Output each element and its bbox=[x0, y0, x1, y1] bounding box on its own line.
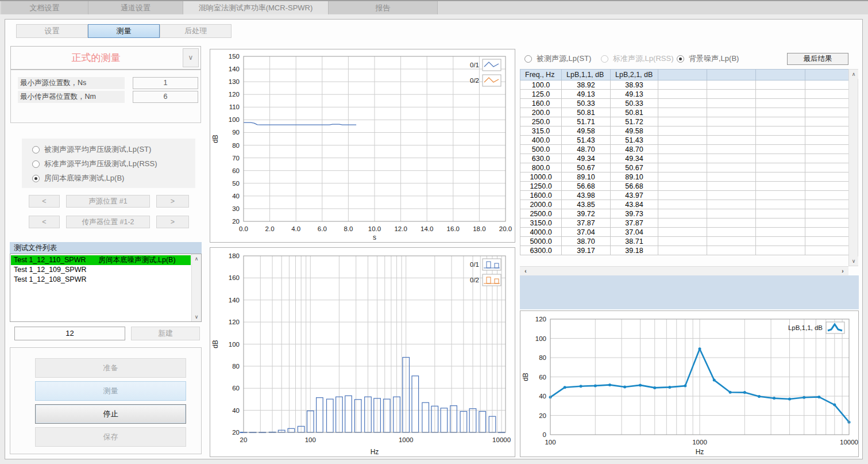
table-cell[interactable] bbox=[805, 126, 849, 136]
final-result-button[interactable]: 最后结果 bbox=[787, 53, 848, 65]
subtab-2[interactable]: 后处理 bbox=[160, 24, 232, 38]
table-cell[interactable] bbox=[805, 136, 849, 145]
table-cell[interactable] bbox=[707, 108, 756, 117]
combo-dropdown-button[interactable]: ∨ bbox=[183, 48, 199, 67]
table-cell[interactable]: 49.58 bbox=[562, 126, 611, 136]
control-button-3[interactable]: 保存 bbox=[35, 427, 186, 447]
scroll-up-icon[interactable]: ∧ bbox=[849, 70, 858, 79]
nav-position-button-0[interactable]: 声源位置 #1 bbox=[66, 195, 150, 208]
control-button-1[interactable]: 测量 bbox=[35, 381, 186, 401]
table-cell[interactable] bbox=[707, 218, 756, 228]
table-cell[interactable]: 51.71 bbox=[562, 117, 611, 126]
table-cell[interactable] bbox=[707, 237, 756, 246]
table-row[interactable]: 200.050.8150.81 bbox=[520, 108, 849, 117]
table-row[interactable]: 1000.089.1089.10 bbox=[520, 172, 849, 182]
table-cell[interactable] bbox=[756, 136, 805, 145]
control-button-2[interactable]: 停止 bbox=[35, 404, 186, 424]
table-cell[interactable]: 49.34 bbox=[562, 154, 611, 163]
table-cell[interactable]: 1250.0 bbox=[520, 182, 562, 191]
table-cell[interactable] bbox=[658, 228, 707, 237]
table-cell[interactable] bbox=[756, 90, 805, 99]
table-cell[interactable]: 5000.0 bbox=[520, 237, 562, 246]
table-row[interactable]: 125.049.1349.13 bbox=[520, 90, 849, 99]
table-row[interactable]: 6300.039.1739.18 bbox=[520, 246, 849, 255]
table-cell[interactable] bbox=[756, 246, 805, 255]
results-table[interactable]: Freq., HzLpB,1,1, dBLpB,2,1, dB100.038.9… bbox=[520, 69, 849, 255]
file-list-item-1[interactable]: Test 1_12_109_SPWR bbox=[11, 265, 191, 275]
table-row[interactable]: 1250.056.6856.68 bbox=[520, 182, 849, 191]
file-list-scrollbar[interactable]: ∧ ∨ bbox=[191, 254, 201, 321]
table-cell[interactable]: 250.0 bbox=[520, 117, 562, 126]
table-cell[interactable]: 43.84 bbox=[611, 200, 658, 209]
table-cell[interactable] bbox=[658, 191, 707, 200]
table-cell[interactable] bbox=[707, 209, 756, 218]
table-cell[interactable]: 89.10 bbox=[611, 172, 658, 182]
table-cell[interactable] bbox=[805, 237, 849, 246]
table-cell[interactable] bbox=[707, 136, 756, 145]
table-cell[interactable] bbox=[707, 126, 756, 136]
table-cell[interactable] bbox=[707, 191, 756, 200]
table-cell[interactable]: 51.43 bbox=[562, 136, 611, 145]
table-cell[interactable]: 50.81 bbox=[611, 108, 658, 117]
test-type-radio-0[interactable]: 被测声源平均声压级测试,Lp(ST) bbox=[32, 144, 151, 155]
test-type-radio-2[interactable]: 房间本底噪声测试,Lp(B) bbox=[32, 173, 124, 183]
table-cell[interactable] bbox=[707, 172, 756, 182]
table-cell[interactable] bbox=[707, 163, 756, 172]
table-cell[interactable] bbox=[756, 191, 805, 200]
table-cell[interactable] bbox=[805, 191, 849, 200]
file-list-item-0[interactable]: Test 1_12_110_SPWR房间本底噪声测试,Lp(B) bbox=[11, 255, 191, 265]
table-cell[interactable]: 2000.0 bbox=[520, 200, 562, 209]
table-cell[interactable] bbox=[707, 154, 756, 163]
subtab-0[interactable]: 设置 bbox=[16, 24, 88, 38]
display-radio-2[interactable]: 背景噪声,Lp(B) bbox=[677, 53, 739, 64]
table-cell[interactable] bbox=[707, 99, 756, 108]
table-cell[interactable] bbox=[805, 108, 849, 117]
table-cell[interactable]: 48.70 bbox=[562, 145, 611, 154]
table-cell[interactable] bbox=[805, 154, 849, 163]
table-cell[interactable] bbox=[658, 136, 707, 145]
table-cell[interactable] bbox=[756, 163, 805, 172]
table-cell[interactable] bbox=[658, 237, 707, 246]
table-cell[interactable] bbox=[756, 108, 805, 117]
table-cell[interactable] bbox=[805, 145, 849, 154]
scroll-left-icon[interactable]: ‹ bbox=[521, 267, 530, 275]
table-cell[interactable]: 2500.0 bbox=[520, 209, 562, 218]
table-cell[interactable] bbox=[756, 80, 805, 90]
table-cell[interactable] bbox=[707, 246, 756, 255]
table-cell[interactable]: 43.85 bbox=[562, 200, 611, 209]
table-cell[interactable]: 400.0 bbox=[520, 136, 562, 145]
table-cell[interactable]: 125.0 bbox=[520, 90, 562, 99]
table-cell[interactable] bbox=[756, 182, 805, 191]
measurement-mode-select[interactable]: 正式的测量 ∨ bbox=[10, 46, 201, 70]
table-row[interactable]: 400.051.4351.43 bbox=[520, 136, 849, 145]
table-cell[interactable]: 100.0 bbox=[520, 80, 562, 90]
top-tab-2[interactable]: 混响室法测试声功率(MCR-SPWR) bbox=[183, 1, 329, 14]
file-count-button[interactable]: 12 bbox=[14, 327, 125, 340]
table-cell[interactable]: 50.67 bbox=[562, 163, 611, 172]
table-row[interactable]: 630.049.3449.34 bbox=[520, 154, 849, 163]
table-cell[interactable]: 50.67 bbox=[611, 163, 658, 172]
display-radio-1[interactable]: 标准声源,Lp(RSS) bbox=[601, 53, 673, 64]
table-row[interactable]: 2000.043.8543.84 bbox=[520, 200, 849, 209]
table-cell[interactable]: 39.73 bbox=[611, 209, 658, 218]
table-cell[interactable] bbox=[805, 218, 849, 228]
table-cell[interactable]: 38.93 bbox=[611, 80, 658, 90]
table-cell[interactable] bbox=[658, 163, 707, 172]
table-cell[interactable] bbox=[756, 209, 805, 218]
scroll-up-icon[interactable]: ∧ bbox=[192, 254, 201, 263]
control-button-0[interactable]: 准备 bbox=[35, 358, 186, 378]
table-cell[interactable] bbox=[805, 163, 849, 172]
subtab-1[interactable]: 测量 bbox=[88, 24, 160, 38]
table-cell[interactable] bbox=[756, 117, 805, 126]
table-cell[interactable]: 56.68 bbox=[562, 182, 611, 191]
table-cell[interactable] bbox=[805, 209, 849, 218]
table-cell[interactable]: 48.70 bbox=[611, 145, 658, 154]
table-cell[interactable]: 315.0 bbox=[520, 126, 562, 136]
table-horizontal-scrollbar[interactable]: ‹ › bbox=[520, 266, 848, 275]
table-cell[interactable] bbox=[756, 145, 805, 154]
file-list[interactable]: Test 1_12_110_SPWR房间本底噪声测试,Lp(B)Test 1_1… bbox=[10, 254, 202, 322]
table-cell[interactable]: 39.72 bbox=[562, 209, 611, 218]
table-cell[interactable]: 43.98 bbox=[562, 191, 611, 200]
table-cell[interactable] bbox=[805, 117, 849, 126]
table-cell[interactable]: 50.33 bbox=[611, 99, 658, 108]
